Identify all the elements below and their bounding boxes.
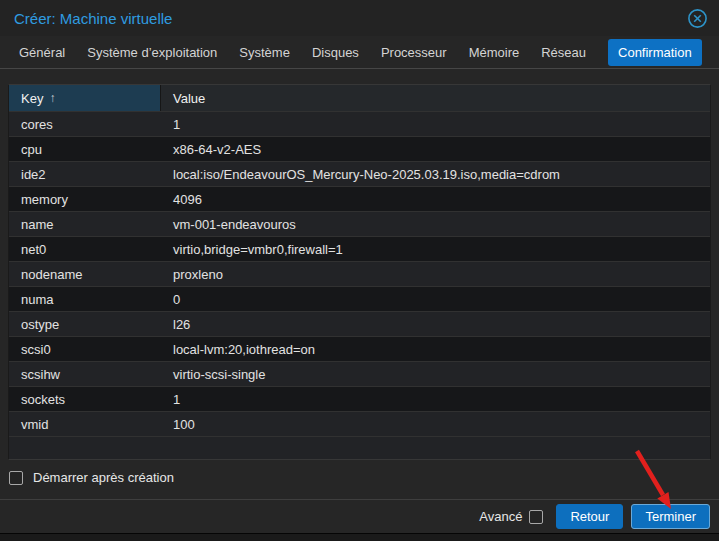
row-value: vm-001-endeavouros [161,212,710,236]
row-value: virtio,bridge=vmbr0,firewall=1 [161,237,710,261]
row-value: 4096 [161,187,710,211]
dialog-footer: Avancé Retour Terminer [0,499,719,533]
table-row-ide2[interactable]: ide2 local:iso/EndeavourOS_Mercury-Neo-2… [9,161,710,186]
row-key: scsihw [9,362,161,386]
tab-system[interactable]: Système [239,39,290,66]
row-value: proxleno [161,262,710,286]
advanced-label: Avancé [479,509,522,524]
row-value: x86-64-v2-AES [161,137,710,161]
create-vm-dialog: Créer: Machine virtuelle Général Système… [0,0,719,534]
row-key: scsi0 [9,337,161,361]
confirmation-panel: Key ↑ Value cores 1 cpu x86-64-v2-AES id… [0,69,719,485]
table-row-numa[interactable]: numa 0 [9,286,710,311]
row-key: ide2 [9,162,161,186]
row-value: virtio-scsi-single [161,362,710,386]
column-header-value-label: Value [173,91,205,106]
row-key: name [9,212,161,236]
table-header-row: Key ↑ Value [9,85,710,111]
table-row-cpu[interactable]: cpu x86-64-v2-AES [9,136,710,161]
confirmation-table: Key ↑ Value cores 1 cpu x86-64-v2-AES id… [8,84,711,460]
tab-disks[interactable]: Disques [312,39,359,66]
back-button[interactable]: Retour [556,504,623,529]
row-value: l26 [161,312,710,336]
row-key: net0 [9,237,161,261]
table-row-name[interactable]: name vm-001-endeavouros [9,211,710,236]
column-header-key[interactable]: Key ↑ [9,85,161,111]
row-key: cpu [9,137,161,161]
row-key: memory [9,187,161,211]
start-after-create-option[interactable]: Démarrer après création [9,470,711,485]
tab-confirmation[interactable]: Confirmation [608,39,702,66]
tab-network[interactable]: Réseau [541,39,586,66]
row-key: vmid [9,412,161,436]
table-row-nodename[interactable]: nodename proxleno [9,261,710,286]
row-value: 0 [161,287,710,311]
dialog-titlebar: Créer: Machine virtuelle [0,0,719,36]
start-after-create-label: Démarrer après création [33,470,174,485]
table-row-memory[interactable]: memory 4096 [9,186,710,211]
row-key: numa [9,287,161,311]
sort-ascending-icon: ↑ [49,91,55,105]
tab-memory[interactable]: Mémoire [469,39,520,66]
row-key: nodename [9,262,161,286]
advanced-checkbox[interactable] [529,510,543,524]
table-row-scsi0[interactable]: scsi0 local-lvm:20,iothread=on [9,336,710,361]
finish-button[interactable]: Terminer [631,504,710,529]
dialog-title: Créer: Machine virtuelle [14,10,172,27]
row-key: cores [9,112,161,136]
tab-cpu[interactable]: Processeur [381,39,447,66]
tab-bar: Général Système d’exploitation Système D… [0,36,719,69]
table-row-sockets[interactable]: sockets 1 [9,386,710,411]
table-filler-row [9,436,710,459]
row-value: local:iso/EndeavourOS_Mercury-Neo-2025.0… [161,162,710,186]
table-row-vmid[interactable]: vmid 100 [9,411,710,436]
column-header-value[interactable]: Value [161,85,710,111]
table-row-ostype[interactable]: ostype l26 [9,311,710,336]
row-value: 1 [161,112,710,136]
row-key: ostype [9,312,161,336]
close-icon[interactable] [687,8,708,29]
row-key: sockets [9,387,161,411]
checkbox-unchecked-icon [9,471,23,485]
row-value: 100 [161,412,710,436]
table-row-cores[interactable]: cores 1 [9,111,710,136]
table-row-net0[interactable]: net0 virtio,bridge=vmbr0,firewall=1 [9,236,710,261]
column-header-key-label: Key [21,91,43,106]
table-row-scsihw[interactable]: scsihw virtio-scsi-single [9,361,710,386]
row-value: local-lvm:20,iothread=on [161,337,710,361]
tab-os[interactable]: Système d’exploitation [87,39,217,66]
row-value: 1 [161,387,710,411]
tab-general[interactable]: Général [19,39,65,66]
